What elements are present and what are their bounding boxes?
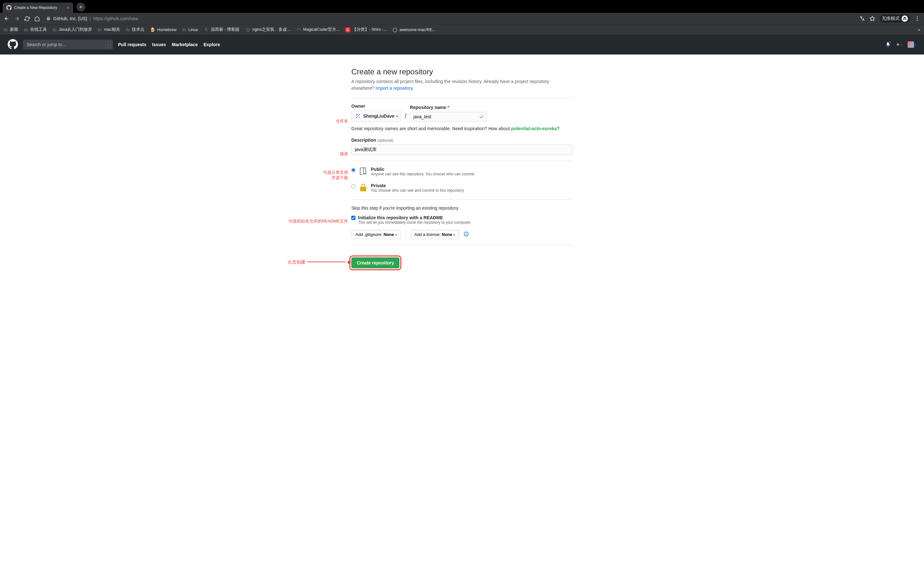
- info-icon[interactable]: [464, 231, 469, 237]
- folder-icon: 🗀: [126, 27, 130, 32]
- init-readme-row[interactable]: Initialize this repository with a README…: [351, 215, 573, 225]
- visibility-public[interactable]: Public Anyone can see this repository. Y…: [351, 167, 573, 177]
- url-path: https://github.com/new: [94, 16, 138, 21]
- nav-marketplace[interactable]: Marketplace: [172, 42, 198, 47]
- divider: [351, 199, 573, 200]
- owner-avatar-icon: [355, 113, 361, 119]
- license-dropdown[interactable]: Add a license: None ▾: [410, 230, 459, 239]
- github-search[interactable]: /: [23, 40, 113, 49]
- public-title: Public: [371, 167, 475, 172]
- bookmark-item[interactable]: ◌nginx之安装、多虚...: [245, 27, 290, 32]
- divider: [351, 245, 573, 245]
- bookmarks-bar: 🗀新致 🗀在线工具 🗀Java从入门到放弃 🗀mac相关 🗀技术点 🍺Homeb…: [0, 24, 924, 35]
- description-label: Description (optional): [351, 137, 573, 143]
- private-radio[interactable]: [351, 184, 355, 189]
- beer-icon: 🍺: [150, 27, 155, 32]
- star-icon[interactable]: [869, 16, 875, 21]
- caret-down-icon: ▾: [901, 43, 903, 47]
- incognito-label: 无痕模式: [882, 16, 900, 21]
- svg-marker-0: [870, 16, 875, 21]
- bookmark-item[interactable]: 🗀技术点: [126, 27, 144, 32]
- create-new-dropdown[interactable]: ▾: [896, 42, 903, 47]
- folder-icon: 🗀: [53, 27, 57, 32]
- owner-select[interactable]: ShengLiuDave ▾: [351, 111, 401, 121]
- nav-issues[interactable]: Issues: [152, 42, 166, 47]
- user-avatar-icon: [908, 41, 914, 48]
- svg-rect-4: [355, 113, 361, 119]
- divider: [351, 161, 573, 161]
- public-desc: Anyone can see this repository. You choo…: [371, 172, 475, 176]
- divider: [405, 231, 406, 239]
- caret-down-icon: ▾: [915, 43, 916, 47]
- annotation-create: 点击创建 ▶: [288, 259, 351, 265]
- search-input[interactable]: [23, 40, 113, 49]
- tab-close-icon[interactable]: ×: [67, 5, 69, 10]
- bookmark-item[interactable]: 🍺Homebrew: [150, 27, 176, 32]
- svg-point-2: [917, 18, 918, 19]
- home-icon[interactable]: [34, 16, 40, 21]
- folder-icon: 🗀: [98, 27, 102, 32]
- nav-explore[interactable]: Explore: [204, 42, 220, 47]
- bookmark-item[interactable]: 🗀新致: [4, 27, 18, 32]
- repo-name-input[interactable]: [410, 112, 487, 121]
- annotation-readme: 勾选初始化仓库的README文件: [288, 219, 348, 224]
- nav-pull-requests[interactable]: Pull requests: [118, 42, 146, 47]
- url-display[interactable]: GitHub, Inc. [US] | https://github.com/n…: [46, 16, 855, 21]
- svg-point-1: [917, 16, 918, 17]
- bookmark-item[interactable]: 🗀Java从入门到放弃: [53, 27, 92, 32]
- create-repository-button[interactable]: Create repository: [351, 258, 399, 268]
- new-tab-button[interactable]: +: [76, 3, 86, 11]
- tab-title: Create a New Repository: [14, 5, 57, 10]
- folder-icon: 🗀: [182, 27, 186, 32]
- annotation-desc: 描述: [340, 151, 348, 157]
- bookmark-item[interactable]: 🗀在线工具: [24, 27, 47, 32]
- incognito-icon: [901, 15, 908, 22]
- bookmark-item[interactable]: ◯awesome-mac/RE...: [393, 27, 436, 32]
- description-input[interactable]: [351, 145, 573, 155]
- owner-label: Owner: [351, 103, 401, 109]
- bookmarks-overflow-icon[interactable]: »: [918, 27, 920, 32]
- site-icon: C: [345, 27, 351, 32]
- back-icon[interactable]: [4, 16, 10, 21]
- page-title: Create a new repository: [351, 67, 573, 76]
- annotation-repo-name: 仓库名: [336, 119, 348, 124]
- page-subtitle: A repository contains all project files,…: [351, 78, 573, 92]
- github-header: / Pull requests Issues Marketplace Explo…: [0, 35, 924, 55]
- repo-icon: [359, 167, 368, 177]
- bookmark-item[interactable]: ⠿温而新 - 博客园: [204, 27, 239, 32]
- slash-key-icon: /: [105, 41, 111, 48]
- annotation-public: 勾选公有支持 开源下载: [323, 170, 348, 181]
- init-readme-checkbox[interactable]: [351, 216, 355, 220]
- bookmark-item[interactable]: 🗀mac相关: [98, 27, 120, 32]
- menu-icon[interactable]: [914, 16, 920, 21]
- import-repo-link[interactable]: Import a repository.: [376, 85, 414, 91]
- translate-icon[interactable]: [859, 16, 865, 21]
- init-title: Initialize this repository with a README: [358, 215, 471, 220]
- incognito-badge: 无痕模式: [880, 15, 910, 23]
- bookmark-item[interactable]: ◠MagicalCoder官方...: [296, 27, 340, 32]
- reload-icon[interactable]: [24, 16, 30, 21]
- github-icon: ◯: [393, 27, 397, 32]
- notifications-icon[interactable]: [885, 42, 891, 48]
- name-hint: Great repository names are short and mem…: [351, 126, 573, 131]
- caret-down-icon: ▾: [396, 114, 398, 118]
- bookmark-item[interactable]: 🗀Linux: [182, 27, 198, 32]
- browser-tab[interactable]: Create a New Repository ×: [3, 3, 73, 13]
- visibility-private[interactable]: Private You choose who can see and commi…: [351, 183, 573, 193]
- github-favicon-icon: [6, 5, 11, 10]
- bookmark-item[interactable]: C【分类】- Shiro -...: [345, 27, 387, 32]
- user-menu[interactable]: ▾: [908, 41, 916, 48]
- forward-icon[interactable]: [14, 16, 20, 21]
- github-logo-icon[interactable]: [8, 39, 18, 50]
- site-icon: ◌: [245, 27, 250, 32]
- tab-strip: Create a New Repository × +: [0, 0, 924, 13]
- gitignore-dropdown[interactable]: Add .gitignore: None ▾: [351, 230, 401, 239]
- suggested-name[interactable]: potential-octo-eureka: [511, 126, 557, 131]
- svg-point-3: [917, 20, 918, 21]
- create-repo-form: 仓库名 描述 勾选公有支持 开源下载 勾选初始化仓库的README文件 点击创建…: [351, 67, 573, 268]
- repo-name-label: Repository name *: [410, 105, 487, 110]
- slash-separator: /: [404, 112, 407, 121]
- init-desc: This will let you immediately clone the …: [358, 220, 471, 225]
- public-radio[interactable]: [351, 168, 355, 172]
- address-bar: GitHub, Inc. [US] | https://github.com/n…: [0, 13, 924, 24]
